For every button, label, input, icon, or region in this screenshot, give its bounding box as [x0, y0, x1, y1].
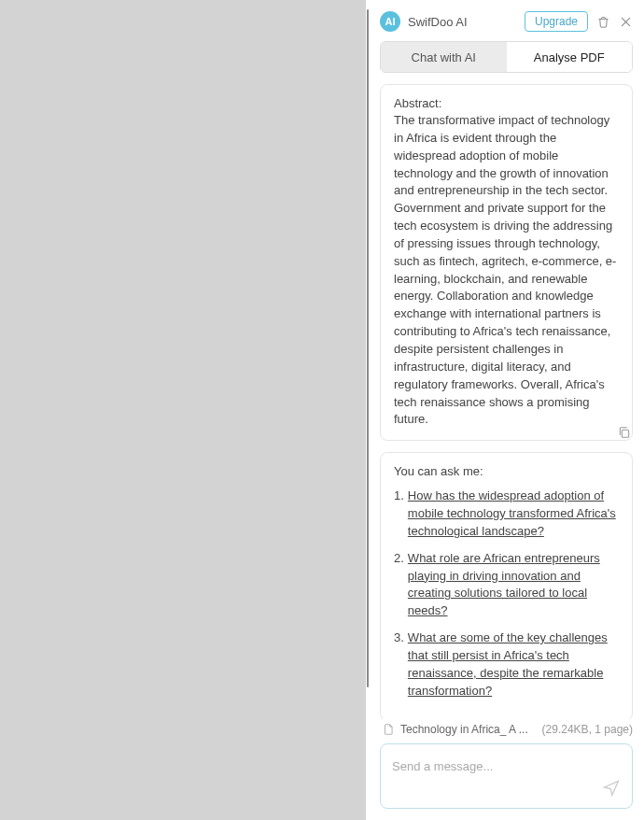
ai-logo-icon: AI	[380, 11, 400, 32]
file-meta: (29.24KB, 1 page)	[542, 723, 633, 736]
file-name: Technology in Africa_ A ...	[400, 723, 528, 736]
svg-rect-0	[622, 431, 628, 438]
suggested-question-link[interactable]: What role are African entrepreneurs play…	[408, 550, 619, 620]
sidebar-content: Abstract: The transformative impact of t…	[380, 84, 633, 719]
suggested-question-link[interactable]: What are some of the key challenges that…	[408, 629, 619, 700]
sidebar-title: SwifDoo AI	[408, 15, 517, 29]
message-input[interactable]	[392, 759, 621, 773]
suggested-questions-list: How has the widespread adoption of mobil…	[394, 488, 619, 700]
file-info-bar: Technology in Africa_ A ... (29.24KB, 1 …	[380, 723, 633, 736]
document-preview-pane	[0, 0, 366, 820]
upgrade-button[interactable]: Upgrade	[525, 11, 588, 32]
list-item: What are some of the key challenges that…	[394, 629, 619, 700]
abstract-card: Abstract: The transformative impact of t…	[380, 84, 633, 441]
suggestions-card: You can ask me: How has the widespread a…	[380, 452, 633, 719]
file-icon	[382, 723, 395, 736]
ai-sidebar: AI SwifDoo AI Upgrade Chat with AI Analy…	[369, 0, 644, 820]
close-icon[interactable]	[618, 14, 633, 29]
list-item: How has the widespread adoption of mobil…	[394, 488, 619, 541]
delete-icon[interactable]	[595, 14, 610, 29]
vertical-scrollbar[interactable]	[366, 0, 369, 820]
message-input-box	[380, 743, 633, 809]
suggested-question-link[interactable]: How has the widespread adoption of mobil…	[408, 488, 619, 541]
sidebar-tabs: Chat with AI Analyse PDF	[380, 41, 633, 73]
sidebar-header: AI SwifDoo AI Upgrade	[380, 11, 633, 32]
copy-icon[interactable]	[617, 425, 633, 442]
abstract-body: The transformative impact of technology …	[394, 112, 619, 429]
list-item: What role are African entrepreneurs play…	[394, 550, 619, 620]
tab-chat-with-ai[interactable]: Chat with AI	[381, 42, 507, 72]
abstract-label: Abstract:	[394, 96, 619, 110]
tab-analyse-pdf[interactable]: Analyse PDF	[507, 42, 633, 72]
send-icon[interactable]	[602, 778, 621, 797]
suggestions-label: You can ask me:	[394, 464, 619, 478]
